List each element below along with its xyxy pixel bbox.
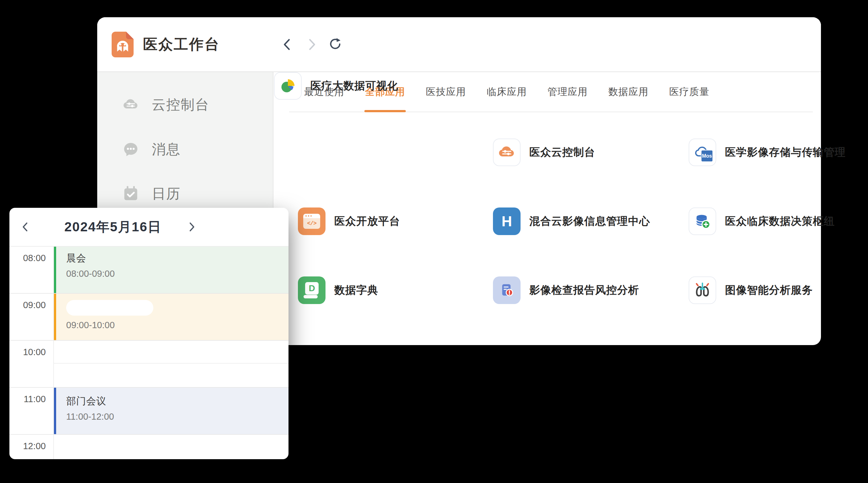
app-label: 影像检查报告风控分析	[529, 283, 639, 297]
event-title: 晨会	[66, 252, 288, 265]
hybrid-cloud-icon: H	[493, 207, 521, 235]
cloud-sliders-icon	[493, 138, 521, 166]
event-time: 09:00-10:00	[66, 320, 288, 330]
app-label: 医众云控制台	[529, 145, 595, 160]
app-label: 医学影像存储与传输管理	[725, 145, 846, 160]
calendar-hour-row: 11:00 部门会议 11:00-12:00	[9, 388, 288, 435]
tab-medtech-apps[interactable]: 医技应用	[426, 72, 466, 111]
sidebar-item-calendar[interactable]: 日历	[97, 182, 273, 205]
sidebar-item-label: 云控制台	[152, 96, 210, 114]
forward-button[interactable]	[304, 37, 319, 52]
d-letter-glyph: D	[305, 282, 319, 295]
app-item-big-data-visualization[interactable]: 医疗大数据可视化	[274, 72, 398, 100]
app-item-open-platform[interactable]: </> 医众开放平台	[298, 207, 400, 235]
lungs-icon	[689, 277, 716, 304]
code-glyph: </>	[303, 218, 320, 229]
calendar-header: 2024年5月16日	[9, 208, 288, 247]
app-logo-icon	[112, 32, 133, 57]
cloud-console-icon	[122, 96, 140, 114]
app-label: 混合云影像信息管理中心	[529, 214, 650, 228]
tab-clinical-apps[interactable]: 临床应用	[487, 72, 527, 111]
event-time: 11:00-12:00	[66, 412, 288, 422]
app-item-hybrid-cloud-center[interactable]: H 混合云影像信息管理中心	[493, 207, 650, 235]
tab-medical-quality[interactable]: 医疗质量	[669, 72, 709, 111]
time-label: 08:00	[23, 253, 46, 263]
app-item-report-risk-analysis[interactable]: 影像检查报告风控分析	[493, 277, 639, 304]
tab-admin-apps[interactable]: 管理应用	[548, 72, 588, 111]
open-platform-icon: </>	[298, 207, 326, 235]
calendar-hour-row: 12:00	[9, 435, 288, 459]
mos-badge: Mos	[701, 150, 713, 162]
calendar-event-morning-meeting[interactable]: 晨会 08:00-09:00	[54, 247, 288, 293]
main-content: 最近使用 全部应用 医技应用 临床应用 管理应用 数据应用 医疗质量 医众云控制…	[274, 72, 821, 345]
calendar-event-department-meeting[interactable]: 部门会议 11:00-12:00	[54, 388, 288, 434]
event-time: 08:00-09:00	[66, 268, 288, 279]
app-item-cloud-console[interactable]: 医众云控制台	[493, 138, 595, 166]
time-label: 09:00	[23, 300, 46, 310]
app-item-data-dictionary[interactable]: D 数据字典	[298, 277, 378, 304]
redacted-event-title	[66, 300, 153, 316]
app-title: 医众工作台	[143, 35, 220, 54]
mos-cloud-icon: Mos	[689, 138, 716, 166]
report-risk-icon	[493, 277, 521, 304]
app-label: 医疗大数据可视化	[310, 79, 398, 93]
calendar-date: 2024年5月16日	[50, 208, 176, 246]
time-label: 12:00	[23, 441, 46, 451]
window-header: 医众工作台	[97, 17, 821, 72]
calendar-panel: 2024年5月16日 08:00 晨会 08:00-09:00 09:00 09…	[9, 208, 288, 459]
app-item-clinical-data-hub[interactable]: 医众临床数据决策枢纽	[689, 207, 835, 235]
calendar-event-redacted[interactable]: 09:00-10:00	[54, 294, 288, 340]
pie-chart-icon	[274, 72, 302, 100]
app-label: 数据字典	[334, 283, 378, 297]
app-item-image-ai-analysis[interactable]: 图像智能分析服务	[689, 277, 813, 304]
calendar-hour-row: 09:00 09:00-10:00	[9, 294, 288, 341]
message-icon	[122, 140, 140, 158]
sidebar-item-label: 消息	[152, 140, 181, 159]
tab-data-apps[interactable]: 数据应用	[608, 72, 649, 111]
sidebar-item-label: 日历	[152, 185, 181, 203]
calendar-icon	[122, 185, 140, 203]
time-label: 10:00	[23, 347, 46, 357]
time-label: 11:00	[24, 394, 46, 404]
sidebar-item-messages[interactable]: 消息	[97, 137, 273, 161]
calendar-next-button[interactable]	[184, 220, 199, 234]
refresh-button[interactable]	[328, 37, 342, 52]
event-title: 部门会议	[66, 395, 288, 408]
calendar-hour-row: 10:00	[9, 341, 288, 388]
app-label: 图像智能分析服务	[725, 283, 813, 297]
browser-nav	[280, 17, 342, 71]
app-item-pacs[interactable]: Mos 医学影像存储与传输管理	[689, 138, 846, 166]
clinical-database-icon	[689, 207, 716, 235]
calendar-prev-button[interactable]	[18, 220, 33, 234]
app-label: 医众开放平台	[334, 214, 400, 228]
sidebar-item-cloud-console[interactable]: 云控制台	[97, 93, 273, 117]
back-button[interactable]	[280, 37, 295, 52]
app-label: 医众临床数据决策枢纽	[725, 214, 835, 228]
data-dictionary-icon: D	[298, 277, 326, 304]
calendar-hour-row: 08:00 晨会 08:00-09:00	[9, 247, 288, 294]
h-letter-glyph: H	[501, 213, 512, 230]
